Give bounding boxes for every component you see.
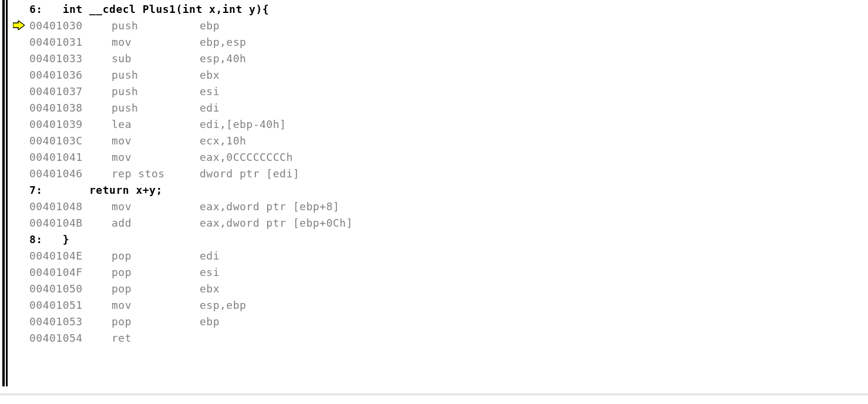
instruction-operands: ebx: [200, 282, 220, 295]
instruction-mnemonic: ret: [112, 330, 200, 346]
instruction-operands: ebp: [200, 315, 220, 328]
disassembly-line[interactable]: 0040104Epopedi: [9, 248, 353, 264]
gutter[interactable]: [9, 248, 29, 264]
disassembly-pane[interactable]: 6: int __cdecl Plus1(int x,int y){004010…: [0, 0, 868, 404]
disassembly-line[interactable]: 0040104Fpopesi: [9, 264, 353, 281]
gutter[interactable]: [9, 281, 29, 297]
instruction-mnemonic: push: [112, 83, 200, 100]
source-text: 6: int __cdecl Plus1(int x,int y){: [29, 3, 269, 15]
gutter[interactable]: [9, 330, 29, 346]
disassembly-line[interactable]: 00401053popebp: [9, 314, 353, 330]
code-lines: 6: int __cdecl Plus1(int x,int y){004010…: [9, 1, 353, 346]
instruction-mnemonic: push: [112, 18, 200, 34]
instruction-mnemonic: rep stos: [112, 166, 200, 182]
gutter[interactable]: [9, 100, 29, 116]
instruction-address: 00401037: [29, 83, 112, 100]
instruction-operands: esp,40h: [200, 52, 246, 65]
gutter[interactable]: [9, 149, 29, 166]
gutter[interactable]: [9, 231, 29, 248]
instruction-mnemonic: mov: [112, 133, 200, 149]
source-line[interactable]: 8: }: [9, 231, 353, 248]
instruction-address: 00401038: [29, 100, 112, 116]
instruction-mnemonic: add: [112, 215, 200, 231]
instruction-operands: edi: [200, 102, 220, 114]
instruction-address: 00401046: [29, 166, 112, 182]
instruction-address: 00401054: [29, 330, 112, 346]
instruction-mnemonic: pop: [112, 281, 200, 297]
instruction-mnemonic: lea: [112, 116, 200, 133]
instruction-mnemonic: mov: [112, 297, 200, 314]
pane-border-outer: [2, 0, 5, 386]
gutter[interactable]: [9, 297, 29, 314]
instruction-operands: edi,[ebp-40h]: [200, 118, 286, 130]
pane-border-inner: [6, 0, 8, 386]
instruction-operands: ecx,10h: [200, 134, 246, 147]
svg-marker-0: [13, 21, 25, 30]
instruction-address: 00401050: [29, 281, 112, 297]
disassembly-line[interactable]: 00401038pushedi: [9, 100, 353, 116]
instruction-address: 00401031: [29, 34, 112, 51]
disassembly-line[interactable]: 00401030pushebp: [9, 18, 353, 34]
instruction-mnemonic: pop: [112, 264, 200, 281]
disassembly-line[interactable]: 00401039leaedi,[ebp-40h]: [9, 116, 353, 133]
gutter[interactable]: [9, 83, 29, 100]
disassembly-line[interactable]: 00401046rep stosdword ptr [edi]: [9, 166, 353, 182]
gutter[interactable]: [9, 67, 29, 83]
instruction-address: 00401041: [29, 149, 112, 166]
disassembly-line[interactable]: 00401050popebx: [9, 281, 353, 297]
instruction-address: 00401053: [29, 314, 112, 330]
disassembly-line[interactable]: 00401033subesp,40h: [9, 51, 353, 67]
instruction-operands: ebp,esp: [200, 36, 246, 48]
gutter[interactable]: [9, 51, 29, 67]
bottom-separator: [0, 393, 868, 395]
disassembly-line[interactable]: 00401041moveax,0CCCCCCCCh: [9, 149, 353, 166]
instruction-operands: esp,ebp: [200, 299, 246, 311]
instruction-address: 00401036: [29, 67, 112, 83]
disassembly-line[interactable]: 0040103Cmovecx,10h: [9, 133, 353, 149]
disassembly-line[interactable]: 00401037pushesi: [9, 83, 353, 100]
source-text: 8: }: [29, 233, 69, 245]
gutter[interactable]: [9, 198, 29, 215]
gutter[interactable]: [9, 182, 29, 198]
instruction-mnemonic: mov: [112, 198, 200, 215]
disassembly-line[interactable]: 00401036pushebx: [9, 67, 353, 83]
gutter[interactable]: [9, 133, 29, 149]
instruction-mnemonic: pop: [112, 248, 200, 264]
gutter[interactable]: [9, 18, 29, 34]
gutter[interactable]: [9, 34, 29, 51]
instruction-operands: eax,dword ptr [ebp+8]: [200, 200, 339, 213]
disassembly-line[interactable]: 00401031movebp,esp: [9, 34, 353, 51]
instruction-operands: dword ptr [edi]: [200, 167, 300, 180]
instruction-address: 0040104E: [29, 248, 112, 264]
instruction-operands: ebx: [200, 69, 220, 81]
instruction-operands: ebp: [200, 19, 220, 32]
instruction-operands: edi: [200, 250, 220, 262]
instruction-operands: esi: [200, 85, 220, 97]
disassembly-line[interactable]: 00401054ret: [9, 330, 353, 346]
disassembly-line[interactable]: 00401048moveax,dword ptr [ebp+8]: [9, 198, 353, 215]
gutter[interactable]: [9, 314, 29, 330]
source-line[interactable]: 7: return x+y;: [9, 182, 353, 198]
gutter[interactable]: [9, 166, 29, 182]
instruction-address: 0040103C: [29, 133, 112, 149]
instruction-address: 0040104B: [29, 215, 112, 231]
gutter[interactable]: [9, 1, 29, 18]
gutter[interactable]: [9, 215, 29, 231]
gutter[interactable]: [9, 116, 29, 133]
instruction-address: 00401051: [29, 297, 112, 314]
disassembly-line[interactable]: 00401051movesp,ebp: [9, 297, 353, 314]
instruction-mnemonic: push: [112, 100, 200, 116]
gutter[interactable]: [9, 264, 29, 281]
instruction-operands: eax,0CCCCCCCCh: [200, 151, 293, 163]
instruction-mnemonic: mov: [112, 34, 200, 51]
source-line[interactable]: 6: int __cdecl Plus1(int x,int y){: [9, 1, 353, 18]
instruction-operands: esi: [200, 266, 220, 278]
instruction-mnemonic: pop: [112, 314, 200, 330]
instruction-mnemonic: push: [112, 67, 200, 83]
instruction-address: 0040104F: [29, 264, 112, 281]
instruction-address: 00401033: [29, 51, 112, 67]
instruction-mnemonic: mov: [112, 149, 200, 166]
instruction-address: 00401039: [29, 116, 112, 133]
disassembly-line[interactable]: 0040104Baddeax,dword ptr [ebp+0Ch]: [9, 215, 353, 231]
source-text: 7: return x+y;: [29, 184, 163, 196]
